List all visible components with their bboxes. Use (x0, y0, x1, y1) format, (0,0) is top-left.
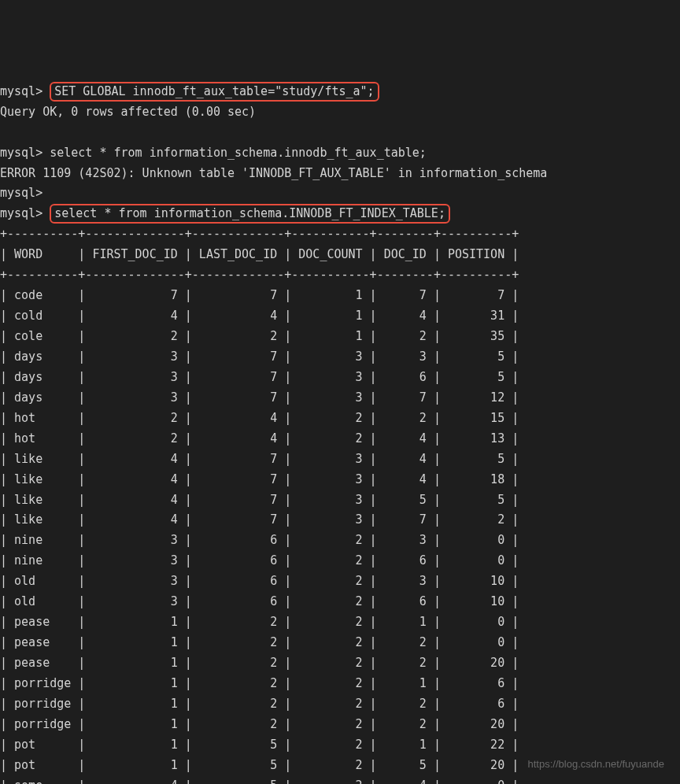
prompt: mysql> (0, 206, 42, 220)
prompt: mysql> (0, 186, 42, 200)
watermark: https://blog.csdn.net/fuyuande (528, 756, 664, 773)
sql-command-3: select * from information_schema.INNODB_… (50, 204, 450, 224)
error-2: ERROR 1109 (42S02): Unknown table 'INNOD… (0, 166, 547, 180)
result-table: +----------+--------------+-------------… (0, 227, 519, 784)
result-1: Query OK, 0 rows affected (0.00 sec) (0, 105, 256, 119)
terminal-output: mysql> SET GLOBAL innodb_ft_aux_table="s… (0, 82, 680, 784)
prompt: mysql> (0, 146, 42, 160)
sql-command-1: SET GLOBAL innodb_ft_aux_table="study/ft… (50, 82, 379, 102)
sql-command-2: select * from information_schema.innodb_… (50, 146, 427, 160)
prompt: mysql> (0, 84, 42, 98)
